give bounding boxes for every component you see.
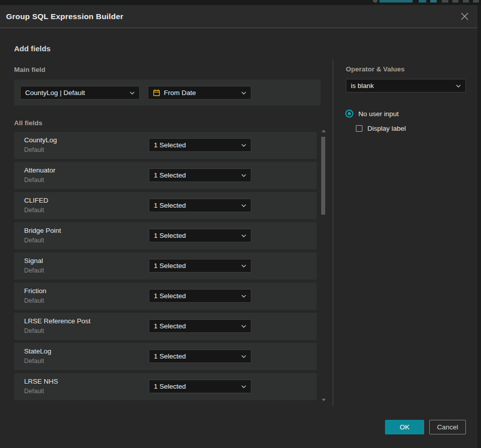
chevron-down-icon	[241, 234, 246, 237]
cancel-button[interactable]: Cancel	[429, 420, 466, 434]
field-subtitle: Default	[24, 176, 44, 184]
background-fragment	[419, 0, 426, 3]
selected-count-label: 1 Selected	[154, 383, 238, 390]
main-field-source-dropdown[interactable]: CountyLog | Default	[20, 86, 140, 100]
calendar-icon	[153, 89, 160, 97]
no-user-input-label: No user input	[358, 110, 399, 118]
background-fragment	[473, 0, 479, 3]
chevron-down-icon	[130, 92, 135, 95]
background-fragment	[452, 0, 458, 3]
field-row: CountyLog Default 1 Selected	[14, 132, 317, 159]
chevron-down-icon	[241, 144, 246, 147]
group-sql-expression-builder-dialog: Group SQL Expression Builder Add fields …	[0, 5, 477, 448]
selected-count-label: 1 Selected	[154, 171, 238, 179]
field-subtitle: Default	[24, 357, 44, 365]
background-app-remnant	[0, 0, 481, 5]
ok-button[interactable]: OK	[385, 420, 424, 434]
background-fragment	[373, 0, 377, 3]
field-name: StateLog	[24, 347, 51, 355]
chevron-down-icon	[241, 204, 246, 207]
field-subtitle: Default	[24, 297, 44, 304]
selected-count-dropdown[interactable]: 1 Selected	[149, 199, 251, 212]
add-fields-heading: Add fields	[14, 44, 51, 53]
chevron-down-icon	[241, 355, 246, 358]
selected-count-label: 1 Selected	[154, 292, 238, 300]
field-subtitle: Default	[24, 327, 44, 334]
field-name: LRSE Reference Post	[24, 317, 90, 325]
checkbox-unchecked-icon[interactable]	[356, 125, 362, 132]
chevron-down-icon	[241, 325, 246, 328]
field-row: Signal Default 1 Selected	[14, 252, 317, 280]
background-fragment	[463, 0, 469, 3]
selected-count-label: 1 Selected	[154, 232, 238, 239]
field-row: Bridge Point Default 1 Selected	[14, 222, 317, 249]
background-fragment	[379, 0, 413, 3]
selected-count-label: 1 Selected	[154, 262, 238, 270]
selected-count-label: 1 Selected	[154, 202, 238, 209]
display-label-checkbox[interactable]: Display label	[356, 125, 406, 132]
selected-count-dropdown[interactable]: 1 Selected	[149, 138, 251, 152]
field-name: CountyLog	[24, 136, 57, 144]
display-label-label: Display label	[367, 125, 406, 132]
modal-backdrop	[477, 5, 481, 448]
all-fields-list: CountyLog Default 1 Selected Attenuator …	[14, 132, 317, 403]
no-user-input-radio[interactable]: No user input	[345, 110, 399, 118]
field-name: Friction	[24, 287, 46, 295]
selected-count-label: 1 Selected	[154, 322, 238, 330]
operator-dropdown[interactable]: is blank	[346, 79, 466, 93]
selected-count-dropdown[interactable]: 1 Selected	[149, 380, 251, 393]
selected-count-dropdown[interactable]: 1 Selected	[149, 168, 251, 182]
chevron-down-icon	[456, 84, 461, 87]
field-row: CLIFED Default 1 Selected	[14, 192, 317, 219]
background-fragment	[442, 0, 448, 3]
selected-count-dropdown[interactable]: 1 Selected	[149, 349, 251, 363]
close-icon[interactable]	[459, 12, 469, 22]
main-field-panel: CountyLog | Default From Date	[14, 79, 321, 106]
field-row: StateLog Default 1 Selected	[14, 343, 317, 370]
chevron-down-icon	[241, 264, 246, 267]
chevron-down-icon	[241, 385, 246, 388]
field-row: Friction Default 1 Selected	[14, 283, 317, 310]
panel-divider	[333, 59, 333, 406]
chevron-down-icon	[241, 174, 246, 177]
selected-count-dropdown[interactable]: 1 Selected	[149, 229, 251, 242]
chevron-down-icon	[241, 92, 246, 95]
dialog-title: Group SQL Expression Builder	[6, 12, 124, 21]
dialog-titlebar: Group SQL Expression Builder	[0, 5, 477, 28]
field-subtitle: Default	[24, 388, 44, 395]
main-field-label: Main field	[14, 66, 45, 73]
field-row: Attenuator Default 1 Selected	[14, 162, 317, 189]
field-row: LRSE Reference Post Default 1 Selected	[14, 313, 317, 340]
scroll-up-icon[interactable]	[322, 130, 326, 132]
field-name: Bridge Point	[24, 227, 61, 234]
field-row: LRSE NHS Default 1 Selected	[14, 373, 317, 400]
field-name: CLIFED	[24, 197, 48, 204]
selected-count-label: 1 Selected	[154, 141, 238, 149]
field-name: LRSE NHS	[24, 378, 58, 385]
selected-count-dropdown[interactable]: 1 Selected	[149, 319, 251, 333]
field-subtitle: Default	[24, 146, 44, 153]
field-subtitle: Default	[24, 237, 44, 244]
selected-count-label: 1 Selected	[154, 352, 238, 360]
operator-values-heading: Operator & Values	[346, 65, 405, 73]
list-scrollbar[interactable]	[321, 129, 326, 402]
main-field-date-dropdown[interactable]: From Date	[148, 86, 251, 100]
scroll-down-icon[interactable]	[322, 399, 326, 401]
field-subtitle: Default	[24, 267, 44, 274]
field-name: Attenuator	[24, 166, 55, 174]
operator-value: is blank	[351, 82, 452, 89]
selected-count-dropdown[interactable]: 1 Selected	[149, 259, 251, 273]
main-field-source-value: CountyLog | Default	[25, 89, 126, 97]
field-subtitle: Default	[24, 207, 44, 214]
all-fields-label: All fields	[14, 119, 42, 127]
main-field-date-value: From Date	[164, 89, 238, 97]
scrollbar-thumb[interactable]	[321, 137, 325, 215]
field-name: Signal	[24, 257, 43, 264]
chevron-down-icon	[241, 295, 246, 298]
background-fragment	[430, 0, 437, 3]
radio-selected-icon[interactable]	[345, 110, 353, 118]
selected-count-dropdown[interactable]: 1 Selected	[149, 289, 251, 303]
